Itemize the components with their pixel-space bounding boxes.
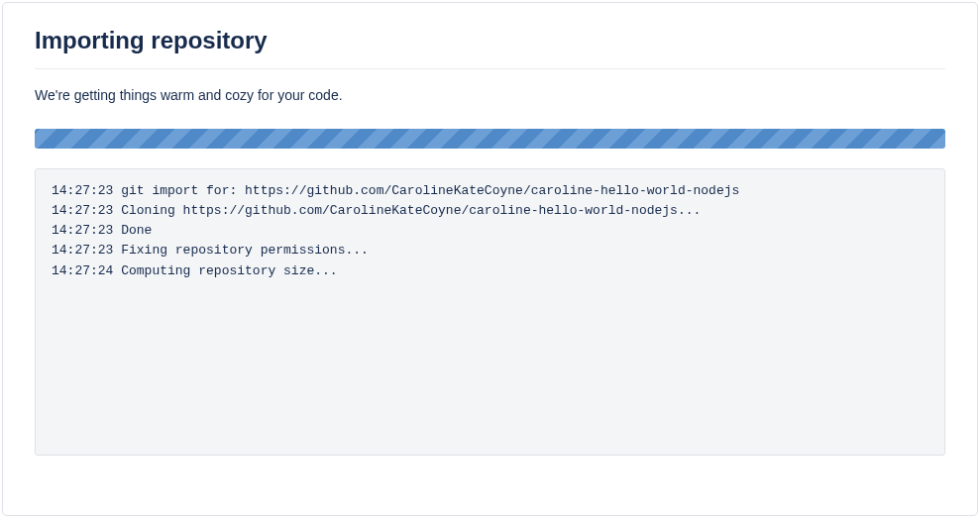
page-title: Importing repository (35, 27, 945, 69)
log-line: 14:27:23 Cloning https://github.com/Caro… (52, 201, 928, 221)
log-line: 14:27:23 git import for: https://github.… (52, 181, 928, 201)
log-line: 14:27:24 Computing repository size... (52, 261, 928, 281)
log-line: 14:27:23 Fixing repository permissions..… (52, 241, 928, 260)
log-line: 14:27:23 Done (52, 221, 928, 241)
import-subtitle: We're getting things warm and cozy for y… (35, 87, 945, 103)
import-log[interactable]: 14:27:23 git import for: https://github.… (35, 168, 945, 456)
import-panel: Importing repository We're getting thing… (2, 2, 978, 516)
progress-bar (35, 129, 945, 149)
